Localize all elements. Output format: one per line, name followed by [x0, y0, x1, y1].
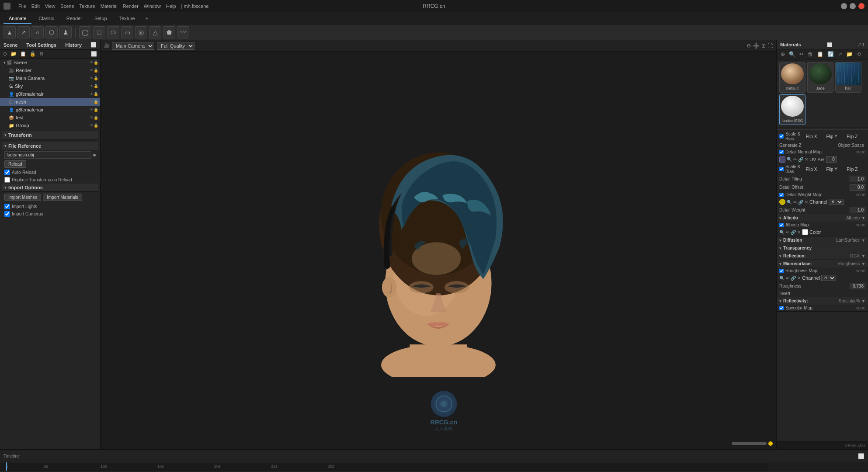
- viewport-zoom-slider[interactable]: [732, 442, 767, 445]
- tab-setup[interactable]: Setup: [89, 13, 112, 24]
- roughness-channel-select[interactable]: RGBA: [821, 275, 836, 281]
- flip-y-label2[interactable]: Flip Y: [826, 167, 845, 172]
- menu-window[interactable]: Window: [144, 3, 161, 9]
- albedo-search-icon[interactable]: 🔍: [779, 230, 785, 235]
- mat-refresh-icon[interactable]: 🔄: [826, 51, 835, 58]
- import-materials-btn[interactable]: Import Materials: [43, 194, 82, 201]
- albedo-edit-icon[interactable]: ✏: [786, 230, 789, 235]
- transparency-header[interactable]: ▾ Transparency: [777, 244, 868, 252]
- flip-y-label[interactable]: Flip Y: [826, 134, 845, 139]
- tree-lock-icon[interactable]: 🔒: [28, 51, 37, 57]
- viewport-cam-icon[interactable]: 🎥: [104, 43, 109, 48]
- microsurface-header[interactable]: ▾ Microsurface: Roughness ▼: [777, 260, 868, 267]
- roughness-link-icon[interactable]: 🔗: [791, 276, 796, 281]
- tool-settings-label[interactable]: Tool Settings: [26, 42, 56, 48]
- flip-x-label2[interactable]: Flip X: [806, 167, 825, 172]
- sky-lock-icon[interactable]: 🔒: [94, 84, 98, 88]
- mat-header-expand-icon[interactable]: ⬜: [827, 42, 832, 47]
- tree-expand-icon[interactable]: ⬜: [90, 51, 98, 57]
- swatch-default[interactable]: Default: [779, 62, 806, 93]
- reflectivity-header[interactable]: ▾ Reflectivity: Specular% ▼: [777, 297, 868, 305]
- move-tool[interactable]: ↗: [17, 26, 30, 38]
- mat-folder-icon[interactable]: 📁: [845, 51, 854, 58]
- test-eye-icon[interactable]: 👁: [90, 115, 94, 120]
- flip-z-label[interactable]: Flip Z: [847, 134, 865, 139]
- reflectivity-expand[interactable]: ▼: [861, 299, 865, 303]
- render-eye-icon[interactable]: 👁: [90, 68, 94, 73]
- import-cameras-checkbox[interactable]: [4, 211, 10, 217]
- menu-help[interactable]: Help: [166, 3, 176, 9]
- primitive-cube[interactable]: □: [93, 26, 105, 38]
- select-tool[interactable]: ▲: [3, 26, 16, 38]
- detail-normal-search-icon[interactable]: 🔍: [787, 157, 792, 162]
- scene-eye-icon[interactable]: 👁: [90, 60, 94, 65]
- detail-normal-edit-icon[interactable]: ✏: [793, 157, 797, 162]
- menu-render[interactable]: Render: [123, 3, 139, 9]
- menu-view[interactable]: View: [45, 3, 56, 9]
- timeline-expand-icon[interactable]: ⬜: [858, 453, 865, 459]
- close-button[interactable]: [858, 3, 865, 9]
- scene-lock-icon2[interactable]: 🔒: [94, 60, 98, 65]
- scale-bias-check2[interactable]: [779, 167, 784, 171]
- primitive-cone[interactable]: △: [149, 26, 161, 38]
- albedo-header[interactable]: ▾ Albedo Albedo ▼: [777, 214, 868, 222]
- universal-tool[interactable]: ♟: [59, 26, 72, 38]
- render-lock-icon[interactable]: 🔒: [94, 68, 98, 73]
- primitive-sphere[interactable]: ◯: [79, 26, 91, 38]
- g0hair-lock-icon[interactable]: 🔒: [94, 92, 98, 96]
- swatch-lambertSSG[interactable]: lambertSSG: [779, 94, 806, 125]
- albedo-color-swatch[interactable]: [802, 229, 808, 235]
- mat-copy-icon[interactable]: 📋: [816, 51, 825, 58]
- group-lock-icon[interactable]: 🔒: [94, 123, 98, 128]
- primitive-plane[interactable]: ▭: [121, 26, 133, 38]
- albedo-link-icon[interactable]: 🔗: [791, 230, 796, 235]
- playhead[interactable]: [6, 462, 7, 471]
- camera-selector[interactable]: Main Camera: [112, 42, 154, 50]
- viewport-fullscreen-icon[interactable]: ⛶: [767, 43, 773, 49]
- primitive-cylinder[interactable]: ⬭: [107, 26, 119, 38]
- scene-expand-icon[interactable]: ⬜: [90, 42, 97, 48]
- spline-tool[interactable]: 〰: [177, 26, 189, 38]
- mat-export-icon[interactable]: ↗: [837, 51, 844, 58]
- tree-item-g8femalehair[interactable]: 👤 g8femalehair 👁 🔒: [0, 106, 100, 114]
- sky-eye-icon[interactable]: 👁: [90, 84, 94, 88]
- tree-item-scene[interactable]: ▾ 🎬 Scene 👁 🔒: [0, 59, 100, 66]
- flip-z-label2[interactable]: Flip Z: [847, 167, 865, 172]
- weight-edit-icon[interactable]: ✏: [793, 200, 797, 205]
- import-lights-checkbox[interactable]: [4, 204, 10, 209]
- channel-select[interactable]: RGBA: [829, 199, 844, 205]
- tree-item-group[interactable]: 📁 Group 👁 🔒: [0, 121, 100, 129]
- polygon-tool[interactable]: ⬟: [163, 26, 175, 38]
- tree-item-sky[interactable]: 🌤 Sky 👁 🔒: [0, 82, 100, 90]
- menu-material[interactable]: Material: [101, 3, 118, 9]
- roughness-search-icon[interactable]: 🔍: [779, 276, 785, 281]
- g8hair-eye-icon[interactable]: 👁: [90, 108, 94, 112]
- detail-offset-input[interactable]: [850, 184, 865, 191]
- scale-tool[interactable]: ⬡: [45, 26, 58, 38]
- viewport-add-icon[interactable]: ➕: [753, 43, 760, 49]
- detail-normal-delete-icon[interactable]: ✕: [805, 157, 808, 162]
- swatch-hair[interactable]: hair: [835, 62, 861, 93]
- import-options-header[interactable]: ▾ Import Options: [2, 184, 98, 192]
- weight-link-icon[interactable]: 🔗: [798, 200, 803, 205]
- mat-cut-icon[interactable]: ✂: [798, 51, 805, 58]
- microsurface-expand[interactable]: ▼: [861, 262, 865, 266]
- scale-bias-check[interactable]: [779, 134, 784, 139]
- tab-texture[interactable]: Texture: [114, 13, 140, 24]
- tree-copy-icon[interactable]: 📋: [19, 51, 28, 57]
- detail-tiling-input[interactable]: [850, 176, 865, 182]
- roughness-map-check[interactable]: [779, 269, 784, 273]
- reflection-expand[interactable]: ▼: [861, 254, 865, 258]
- file-ref-header[interactable]: ▾ File Reference: [2, 142, 98, 150]
- menu-file[interactable]: File: [18, 3, 26, 9]
- roughness-edit-icon[interactable]: ✏: [786, 276, 789, 281]
- menu-scene[interactable]: Scene: [60, 3, 74, 9]
- mat-add-icon[interactable]: ⊕: [779, 51, 786, 58]
- history-label[interactable]: History: [65, 42, 82, 48]
- test-lock-icon[interactable]: 🔒: [94, 115, 98, 120]
- viewport-split-icon[interactable]: ⊞: [761, 43, 766, 49]
- detail-normal-swatch[interactable]: [779, 156, 785, 163]
- uv-set-input[interactable]: [826, 156, 837, 163]
- g8hair-lock-icon[interactable]: 🔒: [94, 108, 98, 112]
- menu-edit[interactable]: Edit: [31, 3, 40, 9]
